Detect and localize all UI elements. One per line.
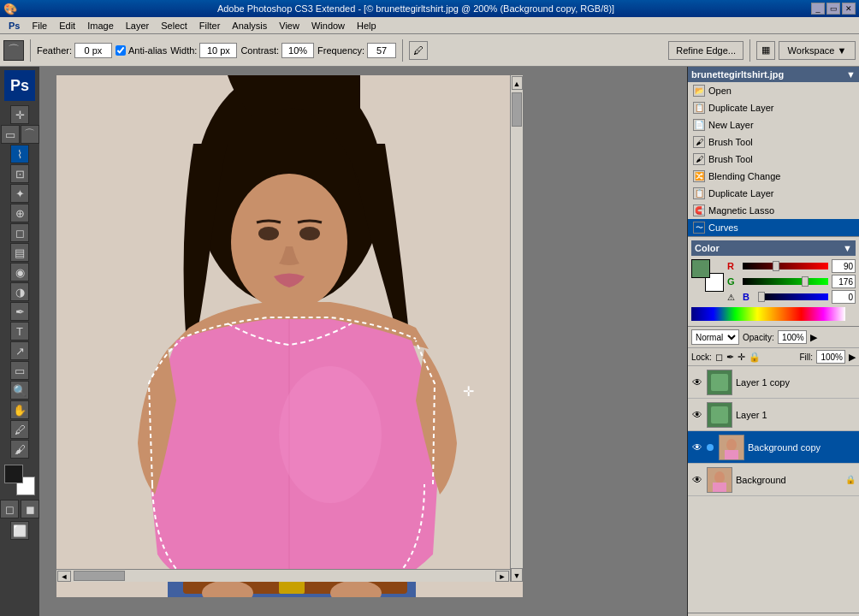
eraser-tool[interactable]: ◻: [10, 223, 29, 242]
fill-input[interactable]: [816, 350, 845, 364]
quick-mask-on[interactable]: ◼: [21, 500, 39, 518]
scroll-vthumb[interactable]: [512, 92, 522, 127]
color-swatches[interactable]: [4, 465, 35, 495]
contrast-input[interactable]: [281, 43, 314, 58]
history-item-label: Blending Change: [708, 171, 780, 181]
menu-select[interactable]: Select: [156, 19, 193, 33]
blur-tool[interactable]: ◉: [10, 263, 29, 281]
fg-swatch[interactable]: [691, 259, 710, 278]
hand-tool[interactable]: ✋: [10, 400, 29, 419]
color-collapse[interactable]: ▼: [843, 243, 852, 253]
g-value-input[interactable]: [832, 275, 856, 288]
fill-arrow[interactable]: ▶: [849, 352, 856, 363]
foreground-color-swatch[interactable]: [4, 465, 23, 483]
lock-transparent-icon[interactable]: ◻: [715, 352, 723, 363]
history-blending[interactable]: 🔀 Blending Change: [688, 168, 859, 185]
menu-help[interactable]: Help: [352, 19, 382, 33]
r-value-input[interactable]: [832, 259, 856, 273]
canvas-area: ✛ ▲ ▼ ◄ ► 200% ◄ ► Doc: 351.5K/1.60M: [39, 67, 688, 616]
history-duplicate-layer-2[interactable]: 📋 Duplicate Layer: [688, 185, 859, 202]
frequency-input[interactable]: [367, 43, 396, 58]
history-curves[interactable]: 〜 Curves: [688, 219, 859, 236]
history-collapse[interactable]: ▼: [846, 69, 856, 80]
history-open[interactable]: 📂 Open: [688, 82, 859, 99]
menu-filter[interactable]: Filter: [194, 19, 225, 33]
menu-file[interactable]: File: [27, 19, 52, 33]
workspace-button[interactable]: Workspace ▼: [779, 41, 856, 60]
history-magnetic-lasso[interactable]: 🧲 Magnetic Lasso: [688, 202, 859, 219]
dodge-tool[interactable]: ◑: [10, 282, 29, 301]
pen-tool[interactable]: ✒: [10, 302, 29, 321]
layer-item-background-copy[interactable]: 👁 Background copy: [688, 431, 859, 464]
menu-window[interactable]: Window: [306, 19, 350, 33]
canvas-hscrollbar[interactable]: ◄ ►: [56, 569, 510, 582]
b-value-input[interactable]: [832, 290, 856, 304]
menu-ps[interactable]: Ps: [3, 19, 25, 33]
restore-btn[interactable]: ▭: [826, 3, 840, 15]
scroll-right-btn[interactable]: ►: [495, 571, 509, 582]
refine-edge-button[interactable]: Refine Edge...: [668, 41, 743, 60]
lasso-tool[interactable]: ⌒: [21, 125, 39, 144]
b-slider-thumb[interactable]: [758, 292, 765, 302]
scroll-hthumb[interactable]: [74, 571, 125, 581]
marquee-tool[interactable]: ▭: [1, 125, 20, 144]
opacity-arrow[interactable]: ▶: [810, 332, 817, 343]
lock-all-icon[interactable]: 🔒: [749, 352, 761, 363]
menu-view[interactable]: View: [274, 19, 305, 33]
layer-visibility-icon[interactable]: 👁: [691, 474, 703, 486]
menu-image[interactable]: Image: [82, 19, 119, 33]
menu-edit[interactable]: Edit: [54, 19, 80, 33]
gradient-tool[interactable]: ▤: [10, 243, 29, 262]
history-brush-1[interactable]: 🖌 Brush Tool: [688, 133, 859, 151]
quick-mask-off[interactable]: ◻: [0, 500, 19, 518]
menu-analysis[interactable]: Analysis: [227, 19, 272, 33]
lock-move-icon[interactable]: ✛: [738, 352, 745, 363]
minimize-btn[interactable]: _: [811, 3, 825, 15]
eyedropper-tool[interactable]: 🖊: [10, 420, 29, 439]
lock-image-icon[interactable]: ✒: [726, 352, 734, 363]
opacity-input[interactable]: [778, 330, 807, 344]
g-slider-track[interactable]: [743, 278, 828, 285]
r-slider-thumb[interactable]: [773, 261, 779, 271]
history-new-layer[interactable]: 📄 New Layer: [688, 116, 859, 133]
healing-brush[interactable]: ✦: [10, 184, 29, 203]
scroll-down-btn[interactable]: ▼: [511, 568, 523, 582]
history-duplicate-layer-1[interactable]: 📋 Duplicate Layer: [688, 99, 859, 116]
magnetic-lasso-tool[interactable]: ⌇: [10, 145, 29, 163]
screen-mode[interactable]: ⬜: [10, 521, 29, 540]
menu-layer[interactable]: Layer: [121, 19, 155, 33]
panel-icon[interactable]: ▦: [756, 41, 775, 60]
clone-tool[interactable]: ⊕: [10, 204, 29, 222]
color-spectrum[interactable]: [691, 307, 845, 321]
r-slider-track[interactable]: [743, 263, 828, 270]
blend-mode-select[interactable]: Normal Multiply Screen: [691, 329, 739, 345]
g-slider-thumb[interactable]: [802, 276, 809, 287]
eyedropper-icon[interactable]: 🖊: [409, 41, 428, 60]
brush-icon-1: 🖌: [693, 136, 705, 148]
antialias-checkbox[interactable]: [116, 45, 126, 56]
layer-item-layer1[interactable]: 👁 Layer 1: [688, 399, 859, 431]
feather-input[interactable]: [74, 43, 112, 58]
svg-rect-19: [725, 450, 738, 459]
b-slider-track[interactable]: [758, 293, 828, 300]
canvas-image: ✛: [56, 75, 523, 597]
layer-visibility-icon[interactable]: 👁: [691, 409, 703, 421]
move-tool[interactable]: ✛: [10, 105, 29, 124]
canvas-vscrollbar[interactable]: ▲ ▼: [510, 75, 523, 582]
layer-visibility-icon[interactable]: 👁: [691, 441, 703, 453]
brush-tool[interactable]: 🖌: [10, 440, 29, 459]
layer-item-background[interactable]: 👁 Background 🔒: [688, 464, 859, 496]
shape-tool[interactable]: ▭: [10, 361, 29, 380]
width-input[interactable]: [199, 43, 237, 58]
layer-item-layer1copy[interactable]: 👁 Layer 1 copy: [688, 366, 859, 399]
color-swatches-panel[interactable]: [691, 259, 724, 292]
crop-tool[interactable]: ⊡: [10, 164, 29, 183]
scroll-left-btn[interactable]: ◄: [57, 571, 71, 582]
zoom-tool[interactable]: 🔍: [10, 381, 29, 400]
type-tool[interactable]: T: [10, 322, 29, 341]
layer-visibility-icon[interactable]: 👁: [691, 376, 703, 388]
history-brush-2[interactable]: 🖌 Brush Tool: [688, 151, 859, 168]
close-btn[interactable]: ✕: [842, 3, 856, 15]
path-select[interactable]: ↗: [10, 341, 29, 360]
scroll-up-btn[interactable]: ▲: [512, 76, 523, 90]
